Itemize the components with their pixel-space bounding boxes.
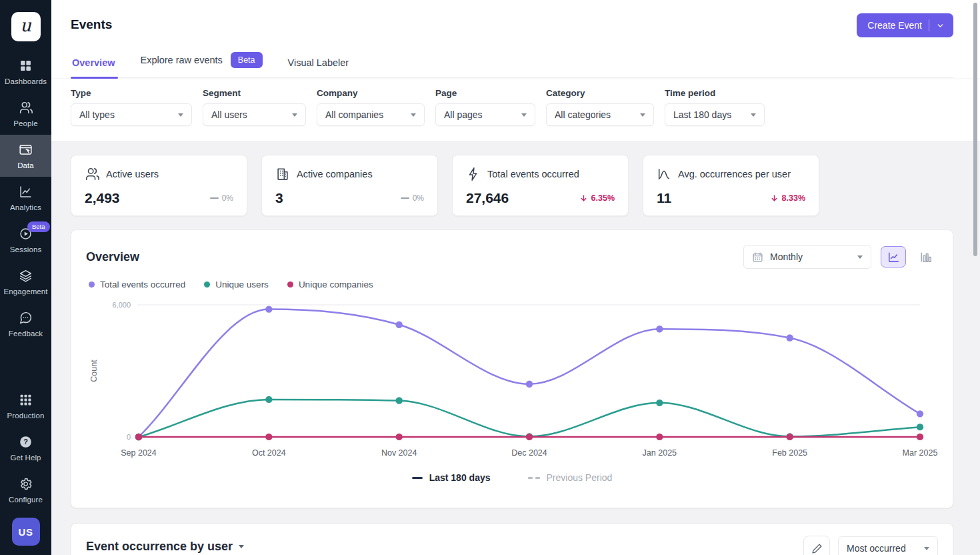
stat-label: Total events occurred	[487, 169, 579, 179]
stat-label: Active users	[106, 169, 159, 179]
time-period-select[interactable]: Last 180 days	[665, 103, 765, 126]
svg-text:Oct 2024: Oct 2024	[252, 448, 286, 458]
legend-dot	[204, 282, 210, 288]
sidebar: u Dashboards People Data Analytics	[0, 0, 51, 555]
sidebar-item-get-help[interactable]: ? Get Help	[0, 427, 51, 469]
sessions-icon: Beta	[19, 227, 33, 241]
sidebar-item-label: Analytics	[10, 203, 41, 211]
legend-total-events[interactable]: Total events occurred	[89, 280, 185, 290]
sidebar-item-label: Engagement	[3, 288, 47, 296]
sidebar-item-feedback[interactable]: Feedback	[0, 303, 51, 345]
filter-label: Company	[317, 88, 425, 98]
legend-label: Previous Period	[547, 472, 613, 483]
legend-label: Last 180 days	[429, 472, 491, 483]
sidebar-item-sessions[interactable]: Beta Sessions	[0, 219, 51, 261]
chevron-down-icon	[640, 113, 645, 117]
tab-visual-labeler[interactable]: Visual Labeler	[287, 53, 351, 77]
chevron-down-icon	[239, 545, 244, 548]
stat-card-active-companies: Active companies 3 0%	[261, 155, 438, 216]
legend-unique-companies[interactable]: Unique companies	[287, 280, 373, 290]
userpilot-logo[interactable]: u	[11, 12, 41, 41]
company-select[interactable]: All companies	[317, 103, 425, 126]
chart-legend: Total events occurred Unique users Uniqu…	[89, 280, 938, 290]
stat-value: 2,493	[85, 190, 120, 206]
page-select[interactable]: All pages	[435, 103, 535, 126]
page-title: Events	[71, 0, 953, 32]
filter-label: Type	[71, 88, 192, 98]
legend-previous-period[interactable]: Previous Period	[528, 472, 613, 483]
svg-text:Nov 2024: Nov 2024	[381, 448, 417, 458]
filter-company: Company All companies	[317, 88, 425, 126]
section-title: Event occurrence by user	[86, 540, 233, 554]
chevron-down-icon	[936, 21, 945, 30]
arrow-down-icon	[579, 194, 588, 203]
sidebar-item-label: Data	[17, 161, 34, 169]
event-occurrence-title[interactable]: Event occurrence by user	[86, 540, 244, 554]
legend-label: Total events occurred	[100, 280, 185, 290]
analytics-icon	[19, 185, 33, 199]
events-line-chart[interactable]: 6,0000CountSep 2024Oct 2024Nov 2024Dec 2…	[86, 295, 938, 463]
create-event-button[interactable]: Create Event	[857, 13, 953, 37]
svg-text:?: ?	[23, 438, 28, 446]
svg-text:Mar 2025: Mar 2025	[903, 448, 938, 458]
stat-change: 0%	[210, 193, 233, 203]
feedback-icon	[19, 311, 33, 326]
stat-change: 8.33%	[770, 193, 805, 203]
line-chart-icon	[887, 251, 900, 263]
sidebar-item-label: Get Help	[10, 454, 41, 462]
sidebar-item-people[interactable]: People	[0, 93, 51, 135]
line-chart-toggle[interactable]	[881, 246, 906, 267]
legend-current-period[interactable]: Last 180 days	[412, 472, 491, 483]
sidebar-item-label: Sessions	[10, 245, 41, 253]
tab-explore-raw-events[interactable]: Explore raw events Beta	[139, 48, 264, 77]
tab-overview[interactable]: Overview	[71, 53, 117, 77]
legend-dot	[89, 282, 95, 288]
filter-label: Time period	[665, 88, 765, 98]
period-legend: Last 180 days Previous Period	[86, 472, 938, 483]
select-value: All companies	[325, 109, 383, 120]
legend-label: Unique companies	[299, 280, 373, 290]
chevron-down-icon	[521, 113, 527, 117]
gear-icon	[19, 477, 33, 492]
data-icon	[19, 143, 33, 157]
sidebar-item-configure[interactable]: Configure	[0, 469, 51, 511]
filter-time-period: Time period Last 180 days	[665, 88, 765, 126]
sidebar-item-engagement[interactable]: Engagement	[0, 261, 51, 303]
svg-text:Count: Count	[89, 360, 99, 382]
stat-change: 0%	[401, 193, 424, 203]
svg-text:Jan 2025: Jan 2025	[643, 448, 677, 458]
category-select[interactable]: All categories	[546, 103, 654, 126]
legend-unique-users[interactable]: Unique users	[204, 280, 269, 290]
chevron-down-icon	[751, 113, 756, 117]
segment-select[interactable]: All users	[203, 103, 306, 126]
bar-chart-toggle[interactable]	[913, 246, 938, 267]
chevron-down-icon	[857, 255, 863, 259]
sidebar-item-label: Dashboards	[5, 77, 47, 85]
filter-label: Category	[546, 88, 654, 98]
edit-button[interactable]	[803, 536, 830, 555]
granularity-select[interactable]: Monthly	[743, 245, 871, 269]
type-select[interactable]: All types	[71, 103, 192, 126]
minus-icon	[401, 197, 409, 199]
stat-change: 6.35%	[579, 193, 615, 203]
svg-text:6,000: 6,000	[112, 301, 131, 309]
calendar-icon	[752, 251, 763, 263]
main-area: Events Create Event Overview Explore raw…	[51, 0, 980, 555]
chevron-down-icon	[924, 547, 929, 550]
sidebar-item-data[interactable]: Data	[0, 135, 51, 177]
sort-select[interactable]: Most occurred	[838, 536, 938, 555]
tab-label: Explore raw events	[141, 55, 223, 65]
svg-text:Dec 2024: Dec 2024	[511, 448, 547, 458]
vertical-scrollbar[interactable]	[973, 3, 977, 256]
legend-dot	[287, 282, 293, 288]
sidebar-item-analytics[interactable]: Analytics	[0, 177, 51, 219]
stat-value: 11	[657, 190, 671, 206]
user-avatar[interactable]: US	[12, 518, 40, 546]
select-value: Monthly	[770, 251, 803, 262]
lightning-icon	[466, 167, 481, 181]
svg-text:Sep 2024: Sep 2024	[121, 448, 157, 458]
help-icon: ?	[19, 435, 33, 450]
sidebar-item-dashboards[interactable]: Dashboards	[0, 51, 51, 93]
page-header: Events Create Event Overview Explore raw…	[51, 0, 980, 78]
sidebar-item-production[interactable]: Production	[0, 385, 51, 427]
